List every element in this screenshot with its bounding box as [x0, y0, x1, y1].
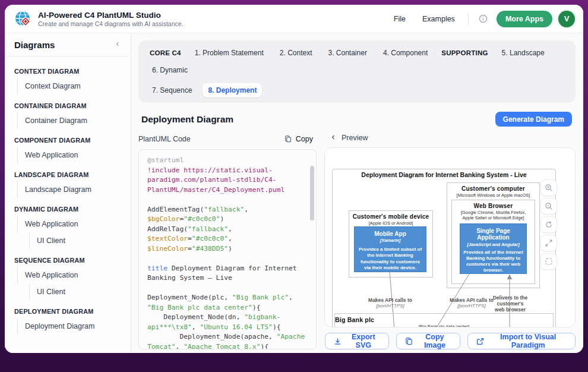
reset-zoom-icon — [544, 220, 554, 229]
diagram-tabbar: CORE C41. Problem Statement2. Context3. … — [138, 40, 576, 103]
app-title: AI-Powered C4 PlantUML Studio — [38, 11, 184, 20]
relation-label: Makes API calls to[json/HTTPS] — [365, 297, 415, 308]
chevron-left-icon — [330, 134, 337, 143]
chevron-left-icon — [114, 40, 121, 49]
code-line — [147, 195, 306, 205]
code-scrollbar-track — [310, 153, 314, 346]
sidebar-item-web-application[interactable]: Web Application — [17, 147, 125, 163]
sidebar: Diagrams CONTEXT DIAGRAMContext DiagramC… — [5, 33, 131, 353]
code-editor[interactable]: @startuml!include https://static.visual-… — [138, 149, 317, 349]
relation-label: Makes API calls to[json/HTTPS] — [447, 297, 497, 308]
generate-diagram-button[interactable]: Generate Diagram — [495, 112, 572, 127]
sidebar-item-ui-client[interactable]: UI Client — [29, 232, 125, 249]
diagram-title: Deployment Diagram for Internet Banking … — [333, 171, 555, 178]
sidebar-item-deployment-diagram[interactable]: Deployment Diagram — [17, 318, 125, 335]
sidebar-section-sequence-diagram: SEQUENCE DIAGRAM — [14, 257, 125, 264]
tab-2-context[interactable]: 2. Context — [274, 46, 318, 60]
code-line: @startuml — [147, 156, 306, 166]
zoom-in-icon — [544, 183, 554, 193]
code-line: AddElementTag("fallback", $bgColor="#c0c… — [147, 205, 306, 225]
tab-6-dynamic[interactable]: 6. Dynamic — [147, 63, 193, 77]
sidebar-section-context-diagram: CONTEXT DIAGRAM — [14, 68, 125, 75]
fit-to-screen-button[interactable] — [540, 253, 557, 270]
tab-group-core-c4: CORE C4 — [147, 46, 184, 59]
main-area: CORE C41. Problem Statement2. Context3. … — [131, 33, 583, 353]
fullscreen-button[interactable] — [540, 235, 557, 251]
app-window: AI-Powered C4 PlantUML Studio Create and… — [5, 5, 583, 353]
container-spa: Single Page Application [JavaScript and … — [460, 223, 527, 274]
app-subtitle: Create and manage C4 diagrams with AI as… — [38, 20, 184, 27]
node-title: Customer's mobile device — [349, 213, 432, 220]
zoom-toolbar — [540, 179, 557, 270]
copy-code-button[interactable]: Copy — [284, 135, 313, 143]
node-title: Customer's computer — [447, 185, 539, 192]
plantuml-code[interactable]: @startuml!include https://static.visual-… — [147, 156, 306, 349]
diagram-preview-canvas[interactable]: Deployment Diagram for Internet Banking … — [324, 147, 576, 327]
container-title: Mobile App — [358, 231, 423, 238]
app-logo-icon — [14, 10, 32, 28]
preview-collapse-button[interactable] — [330, 134, 337, 143]
zoom-out-icon — [544, 201, 554, 211]
code-column: PlantUML Code Copy @star — [138, 133, 317, 349]
copy-image-button[interactable]: Copy Image — [396, 333, 461, 349]
container-tech: [Xamarin] — [358, 238, 423, 243]
code-panel-label: PlantUML Code — [138, 135, 191, 143]
sidebar-section-landscape-diagram: LANDSCAPE DIAGRAM — [14, 171, 125, 178]
zoom-in-button[interactable] — [540, 179, 557, 196]
export-svg-button[interactable]: Export SVG — [325, 333, 389, 349]
tab-4-component[interactable]: 4. Component — [378, 46, 433, 60]
copy-icon — [284, 135, 292, 143]
code-line — [147, 254, 306, 264]
code-scrollbar-thumb[interactable] — [310, 166, 314, 220]
copy-icon — [404, 337, 413, 346]
zoom-out-button[interactable] — [540, 198, 557, 215]
page-title: Deployment Diagram — [141, 114, 233, 125]
container-tech: [JavaScript and Angular] — [463, 242, 523, 247]
node-tech: [Big Bank plc data center] — [335, 324, 553, 327]
avatar[interactable]: V — [558, 11, 575, 27]
sidebar-item-web-application[interactable]: Web Application — [17, 216, 125, 232]
container-mobile-app: Mobile App [Xamarin] Provides a limited … — [354, 226, 426, 272]
node-title: Big Bank plc — [335, 316, 553, 323]
code-line — [147, 283, 306, 294]
tab-5-landscape[interactable]: 5. Landscape — [497, 46, 550, 60]
more-apps-button[interactable]: More Apps — [497, 11, 552, 27]
sidebar-section-dynamic-diagram: DYNAMIC DIAGRAM — [14, 206, 125, 213]
code-line: Deployment_Node(apache, "Apache Tomcat",… — [147, 332, 306, 349]
import-to-visual-paradigm-button[interactable]: Import to Visual Paradigm — [467, 333, 576, 349]
relation-label: Delivers to the customer's web browser — [492, 295, 529, 313]
tab-7-sequence[interactable]: 7. Sequence — [147, 83, 197, 97]
node-tech: [Microsoft Windows or Apple macOS] — [447, 193, 539, 198]
tab-3-container[interactable]: 3. Container — [323, 46, 372, 60]
sidebar-item-ui-client[interactable]: UI Client — [29, 283, 125, 300]
header-divider — [468, 13, 469, 25]
sidebar-item-landscape-diagram[interactable]: Landscape Diagram — [17, 181, 125, 198]
info-button[interactable] — [478, 14, 488, 24]
action-label: Import to Visual Paradigm — [489, 333, 567, 349]
sidebar-item-web-application[interactable]: Web Application — [17, 267, 125, 283]
node-big-bank: Big Bank plc [Big Bank plc data center] — [334, 313, 554, 327]
sidebar-item-container-diagram[interactable]: Container Diagram — [17, 112, 125, 129]
preview-actions: Export SVGCopy ImageImport to Visual Par… — [324, 333, 576, 349]
sidebar-collapse-button[interactable] — [114, 40, 121, 49]
download-icon — [333, 337, 342, 346]
fullscreen-icon — [544, 238, 554, 248]
container-desc: Provides all of the Internet Banking fun… — [463, 250, 523, 274]
menu-examples[interactable]: Examples — [422, 15, 455, 23]
fit-screen-icon — [544, 257, 554, 266]
tab-8-deployment[interactable]: 8. Deployment — [203, 83, 262, 97]
app-header: AI-Powered C4 PlantUML Studio Create and… — [5, 5, 583, 33]
code-line: Deployment_Node(dn, "bigbank-api***\tx8"… — [147, 313, 306, 332]
reset-zoom-button[interactable] — [540, 216, 557, 233]
tab-1-problem-statement[interactable]: 1. Problem Statement — [189, 46, 269, 60]
code-line: AddRelTag("fallback", $textColor="#c0c0c… — [147, 225, 306, 254]
code-line: title Deployment Diagram for Internet Ba… — [147, 264, 306, 283]
sidebar-title: Diagrams — [14, 40, 55, 50]
sidebar-item-context-diagram[interactable]: Context Diagram — [17, 78, 125, 94]
preview-panel-label: Preview — [342, 134, 368, 142]
action-label: Export SVG — [346, 333, 381, 349]
preview-column: Preview Deployment Diagram for Internet … — [324, 133, 576, 349]
sidebar-section-container-diagram: CONTAINER DIAGRAM — [14, 102, 125, 109]
node-tech: [Google Chrome, Mozilla Firefox, Apple S… — [452, 210, 535, 221]
menu-file[interactable]: File — [394, 15, 406, 23]
